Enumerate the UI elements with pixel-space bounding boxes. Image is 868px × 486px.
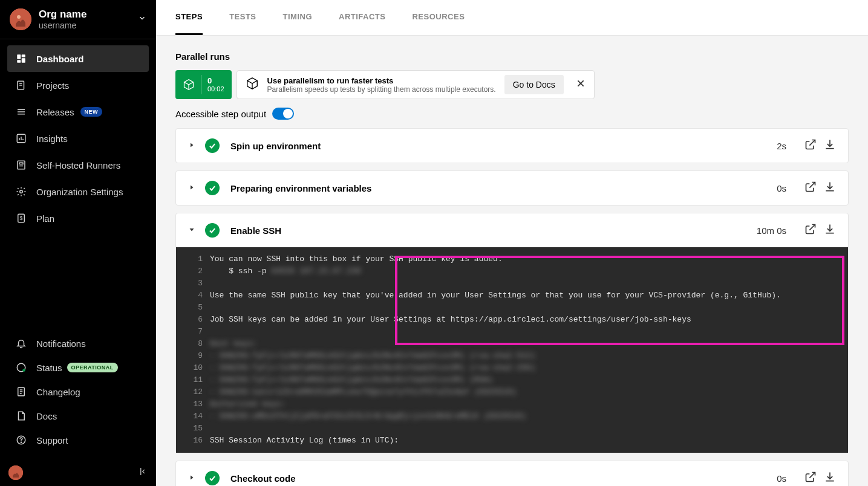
nav-label: Projects — [36, 80, 69, 91]
nav-item-docs[interactable]: Docs — [7, 404, 149, 428]
line-number: 14 — [186, 410, 210, 423]
tab-timing[interactable]: TIMING — [283, 0, 313, 35]
console-line: 15 — [176, 423, 848, 435]
svg-point-29 — [21, 442, 21, 442]
svg-rect-17 — [19, 163, 23, 164]
main-content: STEPSTESTSTIMINGARTIFACTSRESOURCES Paral… — [156, 0, 868, 486]
nav-item-self-hosted-runners[interactable]: Self-Hosted Runners — [7, 152, 149, 178]
insights-icon — [16, 133, 27, 144]
step-title: Spin up environment — [230, 141, 777, 151]
line-content: Host keys: — [210, 338, 838, 350]
runners-icon — [16, 160, 27, 170]
step-header[interactable]: Preparing environment variables 0s — [176, 171, 848, 205]
tab-tests[interactable]: TESTS — [229, 0, 256, 35]
nav-item-notifications[interactable]: Notifications — [7, 331, 149, 355]
console-line: 14- SHA256:uMDiSThtjCjaP0=eFXXzZV3L5+N/d… — [176, 410, 848, 423]
download-button[interactable] — [824, 181, 836, 195]
nav-item-support[interactable]: Support — [7, 428, 149, 452]
nav-item-changelog[interactable]: Changelog — [7, 380, 149, 404]
tab-artifacts[interactable]: ARTIFACTS — [339, 0, 385, 35]
step-card: Enable SSH 10m 0s 1You can now SSH into … — [175, 213, 849, 453]
svg-marker-38 — [190, 228, 194, 232]
open-external-button[interactable] — [804, 223, 817, 238]
console-line: 5 — [176, 302, 848, 314]
download-button[interactable] — [824, 223, 836, 238]
org-switcher[interactable]: Org name username — [0, 0, 156, 39]
parallel-run-badge[interactable]: 0 00:02 — [175, 70, 232, 99]
user-avatar[interactable] — [8, 465, 23, 480]
changelog-icon — [16, 386, 27, 397]
close-banner-button[interactable] — [572, 75, 589, 94]
nav-item-dashboard[interactable]: Dashboard — [7, 45, 149, 72]
line-content: - SHA256:TyFj=/1cR07aM0SLkG2tjqAzsJh2Nv4… — [210, 374, 838, 386]
step-duration: 2s — [777, 141, 786, 151]
svg-marker-37 — [191, 186, 194, 190]
sidebar: Org name username DashboardProjectsRelea… — [0, 0, 156, 486]
nav-item-plan[interactable]: $Plan — [7, 205, 149, 232]
line-number: 2 — [186, 265, 210, 277]
step-card: Spin up environment 2s — [175, 128, 849, 163]
line-number: 3 — [186, 277, 210, 290]
step-duration: 0s — [777, 183, 786, 193]
nav-label: Insights — [36, 134, 68, 144]
console-line: 12- SHA256:1atzr125re0MH351mMPLske75Qezz… — [176, 386, 848, 398]
tab-steps[interactable]: STEPS — [175, 0, 203, 35]
console-line: 10- SHA256:TyFj=/1cR07aM0SLkG2tjqAzsJh2N… — [176, 362, 848, 374]
svg-rect-5 — [22, 58, 25, 63]
username: username — [39, 21, 138, 30]
svg-marker-39 — [191, 476, 194, 480]
line-content: You can now SSH into this box if your SS… — [210, 253, 838, 265]
line-content: SSH Session Activity Log (times in UTC): — [210, 435, 838, 447]
line-number: 9 — [186, 350, 210, 362]
nav-label: Organization Settings — [36, 187, 123, 197]
chevron-down-icon — [138, 14, 146, 25]
step-header[interactable]: Enable SSH 10m 0s — [176, 213, 848, 247]
console-line: 9- SHA256:TyFj=/1cR07aM0SLkG2tjqAzsJh2Nv… — [176, 350, 848, 362]
collapse-sidebar-button[interactable] — [137, 466, 148, 479]
line-content: Use the same SSH public key that you've … — [210, 290, 838, 302]
open-external-button[interactable] — [804, 181, 817, 195]
badge: OPERATIONAL — [67, 363, 118, 372]
step-duration: 0s — [777, 473, 786, 484]
bell-icon — [16, 338, 27, 349]
nav-item-organization-settings[interactable]: Organization Settings — [7, 178, 149, 205]
nav-label: Status — [36, 363, 62, 373]
step-header[interactable]: Checkout code 0s — [176, 461, 848, 486]
nav-item-releases[interactable]: ReleasesNEW — [7, 99, 149, 125]
svg-point-19 — [20, 190, 23, 193]
go-to-docs-button[interactable]: Go to Docs — [504, 75, 564, 94]
nav-label: Notifications — [36, 339, 86, 349]
download-button[interactable] — [824, 471, 836, 485]
svg-point-0 — [10, 8, 31, 30]
success-icon — [205, 181, 220, 195]
download-button[interactable] — [824, 138, 836, 153]
nav-item-status[interactable]: StatusOPERATIONAL — [7, 355, 149, 380]
step-card: Checkout code 0s — [175, 461, 849, 486]
open-external-button[interactable] — [804, 138, 817, 153]
nav-item-insights[interactable]: Insights — [7, 125, 149, 152]
tab-resources[interactable]: RESOURCES — [412, 0, 465, 35]
steps-list: Spin up environment 2s Preparing environ… — [175, 128, 849, 486]
accessible-output-toggle[interactable] — [272, 108, 294, 120]
banner-subtitle: Parallelism speeds up tests by splitting… — [267, 85, 496, 94]
section-title: Parallel runs — [175, 51, 849, 62]
line-content: - SHA256:1atzr125re0MH351mMPLske75Qezze7… — [210, 386, 838, 398]
cube-outline-icon — [246, 77, 259, 92]
console-line: 13Authorized keys: — [176, 398, 848, 410]
nav-main: DashboardProjectsReleasesNEWInsightsSelf… — [0, 39, 156, 238]
svg-text:$: $ — [19, 215, 22, 221]
line-number: 11 — [186, 374, 210, 386]
toggle-label: Accessible step output — [175, 109, 266, 119]
open-external-button[interactable] — [804, 471, 817, 485]
line-content — [210, 277, 838, 290]
support-icon — [16, 435, 27, 446]
line-number: 15 — [186, 423, 210, 435]
success-icon — [205, 471, 220, 485]
nav-item-projects[interactable]: Projects — [7, 72, 149, 99]
badge: NEW — [80, 107, 103, 117]
console-line: 1You can now SSH into this box if your S… — [176, 253, 848, 265]
line-content: $ ssh -p 64535 107.23.87.230 — [210, 265, 838, 277]
expand-icon — [188, 183, 195, 193]
parallel-time: 00:02 — [207, 85, 224, 93]
step-header[interactable]: Spin up environment 2s — [176, 129, 848, 163]
